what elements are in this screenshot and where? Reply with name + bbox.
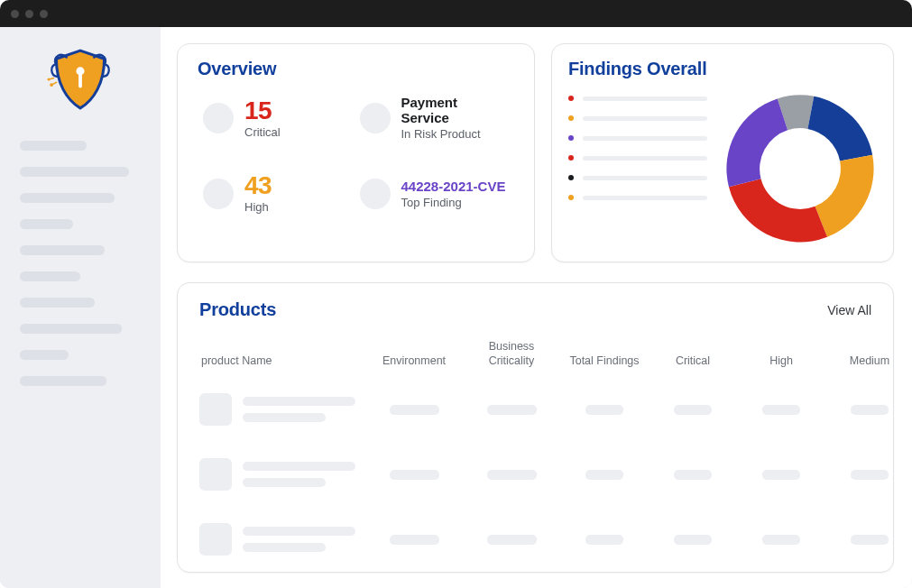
legend-item [568, 195, 707, 200]
sidebar-item[interactable] [20, 298, 95, 308]
cell-skeleton [762, 470, 800, 480]
stat-top-finding-label: Top Finding [401, 196, 506, 209]
sidebar-nav [20, 141, 141, 386]
cell-skeleton [243, 413, 326, 422]
col-environment: Environment [369, 354, 459, 369]
products-title: Products [199, 299, 276, 320]
cell-skeleton [674, 405, 712, 415]
legend-label-skeleton [583, 96, 707, 101]
cell-skeleton [243, 462, 355, 471]
stat-top-finding: 44228-2021-CVE Top Finding [360, 173, 510, 214]
legend-dot-icon [568, 115, 574, 121]
app-body: Overview 15 Critical Paymen [0, 27, 912, 588]
stat-icon [360, 103, 391, 133]
legend-label-skeleton [583, 176, 707, 180]
stat-risk-product-label: In Risk Product [401, 127, 510, 141]
stat-high-value: 43 [244, 173, 272, 198]
cell-skeleton [487, 535, 537, 545]
view-all-link[interactable]: View All [827, 303, 871, 317]
cell-skeleton [390, 405, 439, 415]
products-table-header: product Name Environment Business Critic… [199, 340, 871, 377]
cell-skeleton [851, 535, 889, 545]
cell-skeleton [762, 535, 800, 545]
stat-icon [203, 179, 234, 209]
titlebar [0, 0, 912, 27]
stat-risk-product: Payment Service In Risk Product [360, 96, 510, 141]
stat-icon [360, 179, 391, 209]
sidebar-item[interactable] [20, 141, 87, 151]
sidebar-item[interactable] [20, 376, 106, 386]
legend-dot-icon [568, 175, 574, 180]
stat-critical: 15 Critical [203, 96, 353, 141]
cell-skeleton [585, 405, 623, 415]
findings-legend [568, 92, 707, 200]
sidebar-item[interactable] [20, 167, 129, 177]
legend-dot-icon [568, 195, 574, 200]
cell-skeleton [674, 470, 712, 480]
cell-skeleton [762, 405, 800, 415]
cell-skeleton [243, 397, 355, 406]
stat-critical-value: 15 [244, 98, 281, 124]
product-avatar-icon [199, 523, 232, 556]
sidebar [0, 27, 161, 588]
legend-dot-icon [568, 96, 574, 101]
app-window: Overview 15 Critical Paymen [0, 0, 912, 588]
legend-item [568, 155, 707, 161]
cell-skeleton [674, 535, 712, 545]
stat-top-finding-value: 44228-2021-CVE [401, 179, 506, 194]
sidebar-item[interactable] [20, 219, 73, 229]
cell-skeleton [851, 405, 889, 415]
cell-skeleton [390, 535, 439, 545]
findings-card: Findings Overall [551, 43, 894, 262]
products-card: Products View All product Name Environme… [177, 282, 894, 573]
window-control-min-icon[interactable] [25, 10, 33, 18]
legend-item [568, 175, 707, 180]
table-row[interactable] [199, 442, 871, 507]
stat-high: 43 High [203, 173, 353, 214]
cell-skeleton [243, 543, 326, 552]
col-product-name: product Name [199, 354, 362, 369]
legend-dot-icon [568, 155, 574, 161]
stat-high-label: High [244, 200, 272, 214]
col-business-criticality: Business Criticality [466, 340, 557, 368]
cell-skeleton [851, 470, 889, 480]
overview-title: Overview [198, 59, 514, 79]
cell-skeleton [585, 470, 623, 480]
cell-skeleton [487, 470, 537, 480]
product-avatar-icon [199, 393, 232, 426]
table-row[interactable] [199, 377, 871, 442]
col-high: High [741, 354, 822, 369]
legend-label-skeleton [583, 196, 707, 200]
main-content: Overview 15 Critical Paymen [161, 27, 912, 588]
sidebar-item[interactable] [20, 271, 80, 281]
sidebar-item[interactable] [20, 324, 122, 334]
cell-skeleton [390, 470, 439, 480]
app-logo-icon [46, 45, 115, 114]
cell-skeleton [243, 527, 355, 536]
legend-item [568, 135, 707, 141]
stat-critical-label: Critical [244, 125, 281, 139]
window-control-close-icon[interactable] [11, 10, 19, 18]
legend-label-skeleton [583, 156, 707, 161]
cell-skeleton [487, 405, 537, 415]
overview-card: Overview 15 Critical Paymen [177, 43, 535, 262]
product-avatar-icon [199, 458, 232, 491]
cell-skeleton [585, 535, 623, 545]
col-medium: Medium [829, 354, 910, 369]
col-total-findings: Total Findings [564, 354, 645, 369]
legend-item [568, 115, 707, 121]
col-critical: Critical [652, 354, 733, 369]
legend-label-skeleton [583, 116, 707, 121]
stat-risk-product-value: Payment Service [401, 96, 510, 125]
legend-item [568, 96, 707, 101]
sidebar-item[interactable] [20, 193, 115, 203]
window-control-max-icon[interactable] [40, 10, 48, 18]
stat-icon [203, 103, 234, 133]
legend-dot-icon [568, 135, 574, 141]
findings-donut-chart [723, 92, 877, 245]
sidebar-item[interactable] [20, 245, 105, 255]
sidebar-item[interactable] [20, 350, 69, 360]
table-row[interactable] [199, 507, 871, 572]
findings-title: Findings Overall [568, 59, 877, 79]
cell-skeleton [243, 478, 326, 487]
